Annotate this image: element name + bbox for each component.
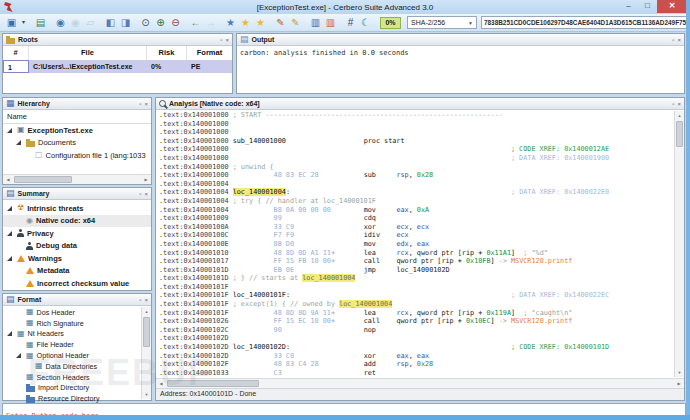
scroll-track[interactable] [13,175,141,184]
carbon-icon[interactable]: ☾ [359,16,372,29]
disasm-line[interactable]: .text:0x140001000 [159,128,673,137]
roots-panel-header[interactable]: Roots ▫ × [3,34,232,46]
tree-item[interactable]: Import Directory [3,383,141,394]
scroll-track[interactable] [142,316,151,390]
disasm-line[interactable]: .text:0x14000101F loc_14000101F: ; DATA … [159,291,673,300]
scroll-right-icon[interactable]: ▶ [674,381,684,386]
back-icon[interactable]: ← [189,16,202,29]
expander-icon[interactable] [7,256,12,261]
expander-icon[interactable] [7,231,12,236]
scroll-left-icon[interactable]: ◀ [3,177,13,182]
output-panel-header[interactable]: ▤ Output ▫ × [237,34,684,46]
forward-icon[interactable]: → [204,16,217,29]
disasm-line[interactable]: .text:0x14000101F [159,283,673,292]
disasm-line[interactable]: .text:0x140001000 [159,120,673,129]
highlight-icon[interactable]: ✎ [274,16,287,29]
expander-icon[interactable] [16,140,21,145]
hierarchy-hscrollbar[interactable]: ◀ ▶ [3,174,151,184]
save-icon[interactable]: ▣ [5,16,18,29]
tree-item[interactable]: ▦Optional Header [3,350,141,361]
scroll-track[interactable] [166,379,674,388]
search-plus-icon[interactable]: ⊕ [154,16,167,29]
scroll-thumb[interactable] [676,121,683,147]
close-panel-icon[interactable]: × [677,35,681,45]
tree-item[interactable]: ◉Native code: x64 [3,215,151,228]
entry-points-icon[interactable]: # [344,16,357,29]
disasm-line[interactable]: .text:0x140001000 48 83 EC 28 sub rsp, 0… [159,171,673,180]
disasm-line[interactable]: .text:0x14000102F 48 83 C4 28 add rsp, 0… [159,360,673,369]
close-panel-icon[interactable]: × [677,99,681,109]
panel-right-icon[interactable]: ◨ [119,16,132,29]
col-file[interactable]: File [29,46,147,60]
maximize-button[interactable]: □ [638,0,657,13]
disasm-line[interactable]: .text:0x14000100A 33 C9 xor ecx, ecx [159,223,673,232]
format-panel-header[interactable]: ▤ Format ▫ × [3,294,151,306]
float-panel-icon[interactable]: ▫ [139,295,141,305]
disasm-line[interactable]: .text:0x140001000 ; CODE XREF: 0x1400012… [159,145,673,154]
disasm-line[interactable]: .text:0x140001004 [159,180,673,189]
scroll-down-icon[interactable]: ▼ [675,368,684,377]
disasm-line[interactable]: .text:0x14000100E 8B D0 mov edx, eax [159,240,673,249]
disasm-line[interactable]: .text:0x140001004 loc_140001004: ; DATA … [159,188,673,197]
scroll-down-icon[interactable]: ▼ [142,390,151,399]
tree-item[interactable]: ▦Rich Signature [3,318,141,329]
search-minus-icon[interactable]: ⊖ [169,16,182,29]
scroll-track[interactable] [675,120,684,368]
col-format[interactable]: Format [187,46,232,60]
disasm-line[interactable]: .text:0x14000100C F7 F9 idiv ecx [159,231,673,240]
tree-item[interactable]: ▦Data Directories [3,361,141,372]
tree-item[interactable]: ▣ExceptionTest.exe [3,124,151,137]
pencil-icon[interactable]: ✎ [289,16,302,29]
close-panel-icon[interactable]: × [225,35,229,45]
disasm-line[interactable]: .text:0x14000102D loc_14000102D: ; CODE … [159,343,673,352]
tree-item[interactable]: ▢Configuration file 1 (lang:1033 [3,149,151,162]
tree-item[interactable]: ▦Nt Headers [3,329,141,340]
tree-item[interactable]: ▦Section Headers [3,372,141,383]
close-panel-icon[interactable]: × [144,295,148,305]
hierarchy-column-header[interactable]: Name [3,110,151,124]
col-num[interactable]: # [3,46,29,60]
col-risk[interactable]: Risk [147,46,187,60]
bookmark-icon[interactable]: ★ [239,16,252,29]
tree-item[interactable]: Incorrect checksum value [3,277,151,290]
float-panel-icon[interactable]: ▫ [139,189,141,199]
analysis-panel-header[interactable]: Analysis [Native code: x64] ▫ × [156,98,684,110]
scroll-up-icon[interactable]: ▲ [142,307,151,316]
scroll-thumb[interactable] [14,176,72,183]
chart-icon[interactable]: ▥ [309,16,322,29]
disasm-line[interactable]: .text:0x140001000 sub_140001000 proc sta… [159,137,673,146]
disasm-line[interactable]: .text:0x140001004 B8 0A 00 00 00 mov eax… [159,206,673,215]
scroll-left-icon[interactable]: ◀ [156,381,166,386]
tree-item[interactable]: ▦Dos Header [3,307,141,318]
scroll-thumb[interactable] [143,317,150,347]
tree-item[interactable]: Debug data [3,240,151,253]
bookmark-blue-icon[interactable]: ★ [224,16,237,29]
expander-icon[interactable] [7,331,12,336]
disasm-line[interactable]: .text:0x14000101D EB 0E jmp loc_14000102… [159,266,673,275]
save-caret-icon[interactable]: ▾ [20,16,27,29]
disasm-line[interactable]: .text:0x140001017 FF 15 FB 10 00+ call q… [159,257,673,266]
format-vscrollbar[interactable]: ▲ ▼ [141,307,151,399]
search-icon[interactable]: ⊙ [139,16,152,29]
disasm-line[interactable]: .text:0x140001000 ; unwind { [159,163,673,172]
disasm-line[interactable]: .text:0x14000101D ; } // starts at loc_1… [159,274,673,283]
disasm-line[interactable]: .text:0x140001026 FF 15 EC 10 00+ call q… [159,317,673,326]
tree-item[interactable]: Metadata [3,265,151,278]
disasm-line[interactable]: .text:0x140001000 ; START --------------… [159,111,673,120]
float-panel-icon[interactable]: ▫ [672,99,674,109]
analysis-hscrollbar[interactable]: ◀ ▶ [156,378,684,388]
expander-icon[interactable] [16,353,21,358]
scroll-thumb[interactable] [167,380,259,387]
scan-muted-icon[interactable]: ◉ [69,16,82,29]
scroll-right-icon[interactable]: ▶ [141,177,151,182]
disasm-line[interactable]: .text:0x14000102D [159,334,673,343]
float-panel-icon[interactable]: ▫ [139,99,141,109]
close-panel-icon[interactable]: × [144,99,148,109]
report-icon[interactable]: ▤ [34,16,47,29]
scroll-up-icon[interactable]: ▲ [675,111,684,120]
chart-alt-icon[interactable]: ▥ [324,16,337,29]
tree-item[interactable]: ▦File Header [3,339,141,350]
clipboard-icon[interactable]: ▱ [84,16,97,29]
hash-algo-select[interactable]: SHA-2/256 ▼ [407,16,477,29]
float-panel-icon[interactable]: ▫ [220,35,222,45]
